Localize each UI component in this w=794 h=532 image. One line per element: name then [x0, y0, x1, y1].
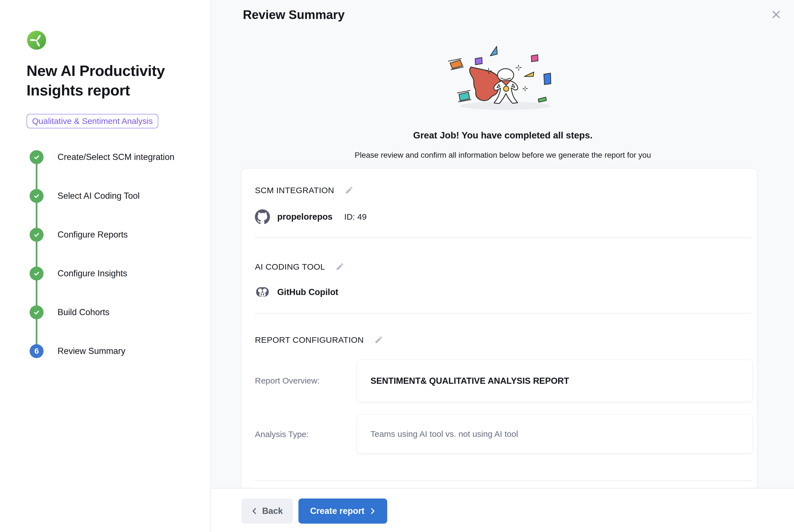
pencil-icon — [374, 335, 383, 345]
scm-integration-id: ID: 49 — [344, 212, 366, 222]
back-button[interactable]: Back — [242, 498, 293, 524]
section-divider — [255, 238, 752, 238]
check-icon — [33, 192, 40, 200]
chevron-left-icon — [251, 508, 258, 515]
report-config-section-label: REPORT CONFIGURATION — [255, 335, 364, 345]
check-icon — [33, 231, 40, 239]
stepper-connector — [36, 157, 37, 351]
step-circle-1[interactable] — [30, 150, 43, 164]
footer-action-bar: Back Create report — [212, 488, 794, 532]
scm-integration-row: propelorepos ID: 49 — [255, 209, 366, 225]
scm-integration-name: propelorepos — [277, 212, 333, 222]
step-circle-5[interactable] — [30, 305, 43, 319]
github-icon — [255, 209, 270, 224]
app-window: New AI Productivity Insights report Qual… — [0, 0, 794, 532]
check-icon — [33, 153, 40, 161]
create-report-button[interactable]: Create report — [299, 498, 387, 524]
check-icon — [33, 270, 40, 278]
section-divider — [255, 480, 752, 481]
report-type-badge: Qualitative & Sentiment Analysis — [26, 114, 158, 128]
back-button-label: Back — [262, 506, 283, 516]
review-summary-panel: Review Summary — [212, 0, 794, 532]
step-circle-2[interactable] — [30, 189, 43, 203]
ai-tool-section-header: AI CODING TOOL — [255, 261, 345, 272]
step-item-ai-coding-tool[interactable]: Select AI Coding Tool — [57, 190, 139, 202]
celebration-illustration — [436, 41, 575, 119]
step-circle-4[interactable] — [30, 267, 43, 281]
report-config-section-header: REPORT CONFIGURATION — [255, 335, 384, 345]
section-divider — [255, 313, 752, 314]
check-icon — [33, 308, 40, 316]
edit-report-config-button[interactable] — [374, 335, 384, 345]
pencil-icon — [335, 262, 344, 271]
scm-section-label: SCM INTEGRATION — [255, 186, 334, 195]
edit-scm-button[interactable] — [344, 185, 354, 195]
copilot-icon — [255, 285, 270, 300]
step-item-scm-integration[interactable]: Create/Select SCM integration — [57, 152, 174, 163]
edit-ai-tool-button[interactable] — [335, 262, 345, 272]
wizard-sidebar: New AI Productivity Insights report Qual… — [0, 0, 211, 532]
close-icon[interactable] — [770, 8, 782, 21]
analysis-type-label: Analysis Type: — [255, 429, 309, 440]
report-overview-label: Report Overview: — [255, 375, 320, 386]
create-report-label: Create report — [310, 506, 365, 516]
wizard-title: New AI Productivity Insights report — [26, 61, 183, 100]
congrats-heading: Great Job! You have completed all steps. — [212, 130, 794, 141]
congrats-subtext: Please review and confirm all informatio… — [212, 151, 794, 160]
step-number: 6 — [34, 344, 39, 358]
ai-tool-section-label: AI CODING TOOL — [255, 262, 325, 271]
step-circle-6[interactable]: 6 — [30, 344, 43, 358]
ai-tool-row: GitHub Copilot — [255, 284, 338, 300]
step-circle-3[interactable] — [30, 228, 43, 242]
propeller-icon — [27, 31, 46, 50]
step-item-build-cohorts[interactable]: Build Cohorts — [57, 307, 110, 318]
analysis-type-value: Teams using AI tool vs. not using AI too… — [357, 415, 752, 454]
pencil-icon — [344, 186, 354, 195]
report-overview-value-box: SENTIMENT& QUALITATIVE ANALYSIS REPORT — [357, 360, 753, 402]
ai-tool-name: GitHub Copilot — [277, 287, 338, 297]
chevron-right-icon — [370, 508, 376, 515]
page-title: Review Summary — [243, 8, 344, 22]
step-item-configure-insights[interactable]: Configure Insights — [57, 268, 127, 279]
summary-card: SCM INTEGRATION propelorepos ID: 49 AI — [241, 168, 757, 489]
scm-section-header: SCM INTEGRATION — [255, 185, 354, 196]
report-overview-value: SENTIMENT& QUALITATIVE ANALYSIS REPORT — [357, 360, 752, 402]
step-item-configure-reports[interactable]: Configure Reports — [57, 229, 128, 240]
analysis-type-value-box: Teams using AI tool vs. not using AI too… — [357, 414, 753, 453]
step-item-review-summary[interactable]: Review Summary — [57, 345, 125, 357]
